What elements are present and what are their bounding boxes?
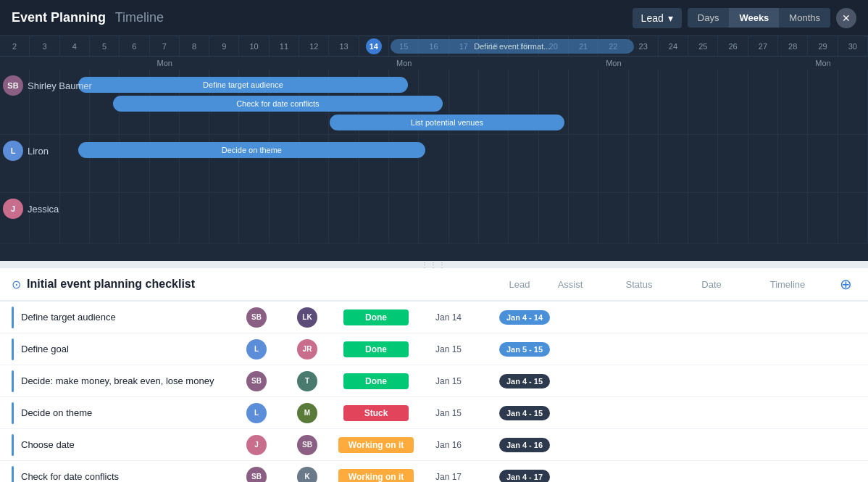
- row-accent: [12, 338, 14, 360]
- day-cell-14: 14: [359, 36, 389, 56]
- task-lead: L: [231, 339, 282, 360]
- app-header: Event Planning Timeline Lead ▾ Days Week…: [0, 0, 868, 36]
- task-status: Working on it: [333, 437, 420, 453]
- lead-dropdown[interactable]: Lead ▾: [633, 8, 682, 28]
- lead-avatar: SB: [246, 371, 267, 391]
- person-name-2: Jessica: [28, 204, 59, 215]
- day-cell-25: 25: [688, 36, 718, 56]
- mon-cell-8: [180, 57, 209, 70]
- day-cell-9: 9: [209, 36, 239, 56]
- mon-cell-5: [90, 57, 120, 70]
- assist-avatar: JR: [297, 339, 317, 360]
- add-column-button[interactable]: ⊕: [840, 275, 852, 293]
- view-toggle: Days Weeks Months: [688, 8, 830, 28]
- person-name-1: Liron: [28, 146, 49, 157]
- gantt-bar-0-1: Check for date conflicts: [113, 96, 443, 112]
- day-cell-29: 29: [808, 36, 838, 56]
- status-badge: Done: [343, 309, 409, 325]
- timeline-badge: Jan 4 - 17: [499, 470, 550, 483]
- weeks-view-btn[interactable]: Weeks: [729, 8, 779, 28]
- mon-cell-6: [120, 57, 149, 70]
- task-name: Check for date conflicts: [21, 471, 231, 482]
- status-badge: Done: [343, 341, 409, 357]
- assist-avatar: T: [297, 371, 317, 391]
- task-status: Working on it: [333, 469, 420, 483]
- mon-cell-20: [539, 57, 569, 70]
- person-row-1: L Liron Decide on theme: [0, 135, 868, 193]
- table-row[interactable]: Decide on theme L M Stuck Jan 15 Jan 4 -…: [0, 397, 868, 429]
- status-badge: Done: [343, 373, 409, 389]
- assist-avatar: M: [297, 403, 317, 423]
- mon-cell-26: [718, 57, 748, 70]
- day-cell-10: 10: [239, 36, 269, 56]
- task-timeline: Jan 4 - 14: [477, 310, 572, 325]
- timeline-badge: Jan 4 - 14: [499, 310, 550, 325]
- task-timeline: Jan 4 - 17: [477, 470, 572, 483]
- task-timeline: Jan 4 - 15: [477, 406, 572, 420]
- gantt-bar-0-0: Define target audience: [78, 77, 408, 93]
- task-name: Choose date: [21, 439, 231, 450]
- days-view-btn[interactable]: Days: [688, 8, 730, 28]
- app-title: Event Planning: [12, 10, 106, 25]
- day-cell-12: 12: [299, 36, 329, 56]
- task-assist: SB: [282, 435, 333, 455]
- col-lead: Lead: [494, 279, 545, 290]
- table-row[interactable]: Choose date J SB Working on it Jan 16 Ja…: [0, 429, 868, 461]
- close-button[interactable]: ✕: [836, 8, 856, 28]
- task-name: Decide: make money, break even, lose mon…: [21, 375, 231, 386]
- section-title: Initial event planning checklist: [27, 278, 195, 291]
- task-assist: K: [282, 467, 333, 483]
- person-row-2: J Jessica: [0, 193, 868, 244]
- mon-cell-25: [688, 57, 718, 70]
- col-date: Date: [683, 279, 740, 290]
- timeline-badge: Jan 4 - 16: [499, 438, 550, 452]
- status-badge: Working on it: [338, 469, 414, 483]
- mon-cell-10: [239, 57, 269, 70]
- task-date: Jan 14: [420, 312, 477, 323]
- lead-avatar: L: [246, 403, 267, 423]
- mon-cell-28: [778, 57, 808, 70]
- section-chevron-icon[interactable]: ⊙: [12, 278, 21, 291]
- mon-cell-12: [299, 57, 329, 70]
- day-cell-8: 8: [180, 36, 209, 56]
- col-assist: Assist: [545, 279, 596, 290]
- mon-cell-27: [748, 57, 778, 70]
- header-bar-overlay: Define event format...: [391, 39, 633, 54]
- task-lead: SB: [231, 467, 282, 483]
- day-cell-30: 30: [838, 36, 868, 56]
- task-assist: LK: [282, 307, 333, 328]
- mon-cell-19: [509, 57, 538, 70]
- mon-cell-22: Mon: [598, 57, 628, 70]
- table-row[interactable]: Check for date conflicts SB K Working on…: [0, 461, 868, 482]
- task-date: Jan 15: [420, 376, 477, 386]
- table-row[interactable]: Decide: make money, break even, lose mon…: [0, 365, 868, 397]
- day-cell-11: 11: [270, 36, 299, 56]
- row-accent: [12, 402, 14, 424]
- col-timeline: Timeline: [740, 279, 835, 290]
- task-lead: SB: [231, 307, 282, 328]
- status-badge: Stuck: [343, 405, 409, 421]
- timeline-divider[interactable]: ⋮⋮⋮: [0, 261, 868, 268]
- divider-handle: ⋮⋮⋮: [421, 261, 447, 269]
- day-cell-28: 28: [778, 36, 808, 56]
- row-accent: [12, 307, 14, 328]
- table-row[interactable]: Define target audience SB LK Done Jan 14…: [0, 302, 868, 333]
- table-header: ⊙ Initial event planning checklist Lead …: [0, 268, 868, 302]
- table-row[interactable]: Define goal L JR Done Jan 15 Jan 5 - 15: [0, 333, 868, 365]
- avatar-0: SB: [3, 75, 23, 96]
- task-lead: J: [231, 435, 282, 455]
- task-name: Define target audience: [21, 312, 231, 323]
- timeline-area: Define event format... 23456789101112131…: [0, 36, 868, 261]
- avatar-1: L: [3, 141, 23, 161]
- header-controls: Lead ▾ Days Weeks Months ✕: [633, 8, 856, 28]
- task-date: Jan 15: [420, 408, 477, 418]
- row-accent: [12, 370, 14, 392]
- mon-cell-17: [449, 57, 479, 70]
- task-date: Jan 15: [420, 344, 477, 354]
- gantt-bar-1-0: Decide on theme: [78, 142, 425, 158]
- task-date: Jan 16: [420, 440, 477, 450]
- months-view-btn[interactable]: Months: [779, 8, 830, 28]
- mon-cell-7: Mon: [150, 57, 180, 70]
- task-timeline: Jan 4 - 16: [477, 438, 572, 452]
- mon-cell-16: [419, 57, 448, 70]
